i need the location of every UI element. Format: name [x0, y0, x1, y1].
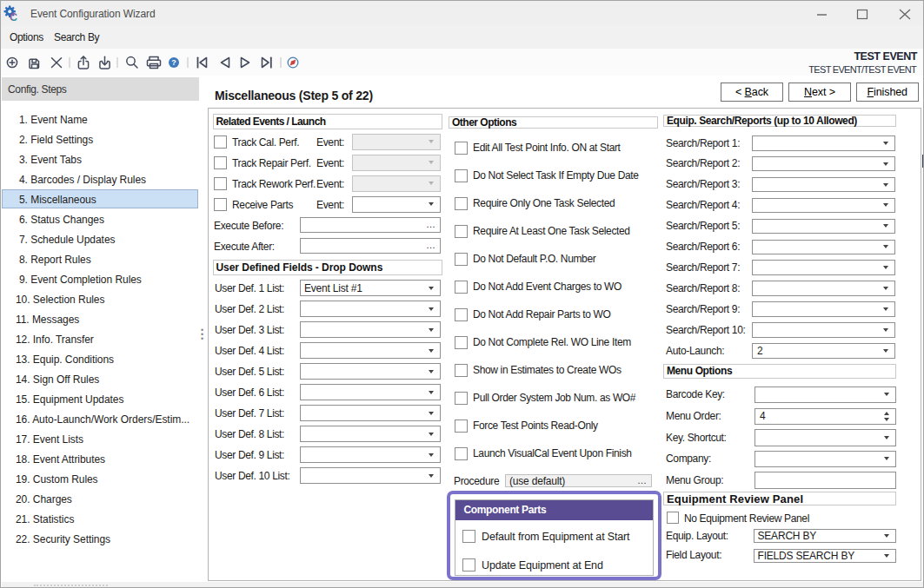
svg-text:C: C — [10, 11, 17, 23]
svg-text:?: ? — [171, 58, 176, 67]
